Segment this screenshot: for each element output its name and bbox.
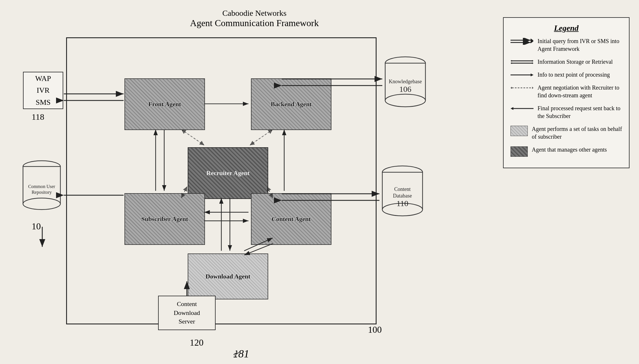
- label-fgi: ꬷ81: [233, 347, 249, 360]
- svg-line-8: [250, 129, 273, 145]
- wap-box: WAPIVRSMS: [23, 72, 63, 109]
- svg-marker-57: [531, 73, 534, 76]
- svg-text:Repository: Repository: [32, 190, 52, 195]
- cylinder-svg-kb: Knowledgebase 106: [382, 55, 428, 112]
- legend-text-7: Agent that manages other agents: [532, 146, 607, 154]
- legend-text-5: Final processed request sent back to the…: [538, 104, 622, 120]
- svg-marker-55: [511, 62, 512, 64]
- legend-item-3: Info to next point of processing: [511, 71, 622, 79]
- agent-backend-label: Backend Agent: [271, 100, 312, 108]
- label-118: 118: [32, 112, 44, 122]
- legend-item-4: Agent negotiation with Recruiter to find…: [511, 84, 622, 99]
- agent-front-label: Front Agent: [148, 100, 181, 108]
- legend-item-5: Final processed request sent back to the…: [511, 104, 622, 120]
- legend-text-1: Initial query from IVR or SMS into Agent…: [538, 37, 622, 53]
- agent-subscriber-box: Subscriber Agent: [124, 193, 205, 245]
- content-download-server: ContentDownloadServer: [158, 296, 216, 330]
- agent-content-box: Content Agent: [251, 193, 331, 245]
- label-100: 100: [368, 324, 382, 335]
- content-database: Content Database 110: [379, 164, 425, 225]
- legend-title: Legend: [511, 24, 622, 33]
- agent-download-label: Download Agent: [206, 273, 250, 280]
- svg-text:106: 106: [399, 85, 411, 94]
- svg-marker-51: [532, 60, 534, 62]
- cylinder-svg-common: Common User Repository: [20, 158, 63, 215]
- page: Caboodie Networks Agent Communication Fr…: [0, 0, 639, 364]
- svg-marker-54: [532, 62, 534, 64]
- svg-marker-59: [532, 87, 534, 89]
- svg-text:Common User: Common User: [28, 184, 55, 189]
- svg-text:Database: Database: [393, 193, 412, 199]
- legend-text-3: Info to next point of processing: [538, 71, 610, 79]
- title-block: Caboodie Networks Agent Communication Fr…: [17, 9, 492, 28]
- legend-item-6: Agent performs a set of tasks on behalf …: [511, 125, 622, 141]
- legend-box: Legend Initial query from IVR or SMS int…: [503, 17, 630, 168]
- svg-text:Content: Content: [394, 186, 411, 192]
- agent-content-label: Content Agent: [272, 215, 311, 223]
- label-10: 10: [32, 221, 41, 232]
- framework-box: Front Agent Backend Agent Recruiter Agen…: [66, 37, 377, 324]
- legend-item-7: Agent that manages other agents: [511, 146, 622, 157]
- svg-point-20: [23, 198, 60, 210]
- diagram-area: Caboodie Networks Agent Communication Fr…: [17, 9, 492, 347]
- legend-swatch-light: [511, 126, 528, 136]
- legend-swatch-dark: [511, 146, 528, 157]
- knowledgebase: Knowledgebase 106: [382, 55, 428, 113]
- cylinder-svg-cd: Content Database 110: [379, 164, 425, 224]
- svg-line-7: [181, 129, 204, 145]
- label-120: 120: [190, 337, 204, 348]
- legend-arrow-1: [511, 38, 534, 45]
- legend-text-4: Agent negotiation with Recruiter to find…: [538, 84, 622, 99]
- legend-arrow-2: [511, 59, 534, 65]
- legend-text-6: Agent performs a set of tasks on behalf …: [532, 125, 622, 141]
- svg-marker-52: [511, 60, 512, 62]
- legend-arrow-3: [511, 71, 534, 78]
- agent-backend-box: Backend Agent: [251, 78, 331, 130]
- agent-subscriber-label: Subscriber Agent: [141, 215, 188, 223]
- title-line2: Agent Communication Framework: [17, 18, 492, 28]
- svg-text:110: 110: [397, 199, 408, 208]
- legend-item-2: Information Storage or Retrieval: [511, 58, 622, 66]
- legend-text-2: Information Storage or Retrieval: [538, 58, 613, 66]
- svg-marker-60: [511, 87, 512, 89]
- agent-recruiter-label: Recruiter Agent: [206, 169, 250, 177]
- svg-marker-62: [511, 107, 513, 110]
- legend-arrow-4: [511, 84, 534, 91]
- agent-download-box: Download Agent: [188, 253, 268, 299]
- agent-front-box: Front Agent: [124, 78, 205, 130]
- cds-label: ContentDownloadServer: [174, 300, 200, 326]
- wap-label: WAPIVRSMS: [35, 73, 51, 109]
- svg-text:Knowledgebase: Knowledgebase: [389, 79, 422, 84]
- agent-recruiter-box: Recruiter Agent: [188, 147, 268, 199]
- legend-arrow-5: [511, 105, 534, 112]
- title-line1: Caboodie Networks: [17, 9, 492, 18]
- legend-item-1: Initial query from IVR or SMS into Agent…: [511, 37, 622, 53]
- common-user-repository: Common User Repository: [20, 158, 63, 216]
- svg-point-25: [385, 94, 425, 107]
